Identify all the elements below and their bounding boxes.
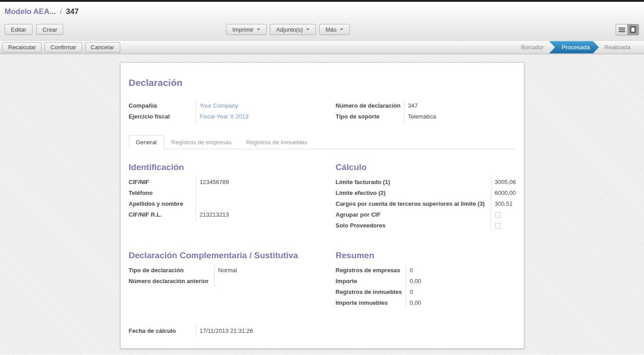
status-realizada: Realizada — [596, 44, 639, 51]
field-label-importe-inmuebles: Importe inmuebles — [336, 298, 406, 308]
field-value-numero-declaracion-anterior — [214, 276, 324, 287]
field-value-compania[interactable]: Your Company — [196, 100, 324, 111]
form-sheet: Declaración Compañía Your Company Ejerci… — [120, 62, 524, 349]
field-label-registros-empresas: Registros de empresas — [336, 265, 406, 276]
field-label-limite-efectivo: Límite efectivo (2) — [336, 188, 491, 199]
page-background: Declaración Compañía Your Company Ejerci… — [0, 54, 644, 355]
field-label-ejercicio-fiscal: Ejercicio fiscal — [129, 111, 196, 122]
view-manager-header: Modelo AEA... / 347 Editar Crear Imprimi… — [0, 2, 644, 40]
field-label-fecha-calculo: Fecha de cálculo — [129, 326, 196, 336]
section-title-calculo: Cálculo — [336, 162, 516, 172]
header-field-group: Compañía Your Company Ejercicio fiscal F… — [129, 100, 516, 122]
attachments-button[interactable]: Adjunto(s) — [270, 24, 316, 35]
form-view-button[interactable] — [627, 24, 639, 35]
field-label-telefono: Teléfono — [129, 188, 196, 199]
field-value-ejercicio-fiscal[interactable]: Fiscal Year X 2013 — [196, 111, 324, 122]
field-value-telefono — [196, 188, 324, 199]
form-icon — [630, 26, 636, 33]
field-label-cif-nif: CIF/NIF — [129, 177, 196, 188]
cancel-button[interactable]: Cancelar — [85, 42, 120, 52]
section-complementaria: Declaración Complementaria / Sustitutiva… — [129, 251, 324, 308]
field-value-cif-nif-rl: 213213213 — [196, 209, 324, 220]
field-label-importe: Importe — [336, 276, 406, 287]
tab-registros-empresas[interactable]: Registros de empresas — [164, 135, 239, 149]
section-resumen: Resumen Registros de empresas 0 Importe … — [336, 251, 516, 308]
field-value-numero-declaracion: 347 — [404, 100, 516, 111]
field-value-registros-empresas: 0 — [406, 265, 516, 276]
section-identificacion: Identificación CIF/NIF 123456789 Teléfon… — [129, 162, 324, 231]
view-switcher — [616, 24, 639, 35]
field-label-solo-proveedores: Solo Proveedores — [336, 220, 491, 231]
caret-down-icon — [306, 28, 310, 30]
status-borrador: Borrador — [512, 44, 552, 51]
sheet-title: Declaración — [129, 77, 516, 88]
field-label-tipo-declaracion: Tipo de declaración — [129, 265, 214, 276]
field-value-tipo-soporte: Telemática — [404, 111, 516, 122]
field-value-registros-inmuebles: 0 — [406, 287, 516, 298]
field-label-apellidos-nombre: Apellidos y nombre — [129, 199, 196, 209]
calc-date-row: Fecha de cálculo 17/11/2013 21:31:26 — [129, 326, 324, 336]
create-button[interactable]: Crear — [36, 24, 64, 35]
breadcrumb-current: 347 — [66, 7, 79, 16]
solo-proveedores-checkbox[interactable] — [495, 223, 501, 229]
notebook-tabs: General Registros de empresas Registros … — [129, 135, 516, 149]
field-label-agrupar-por-cif: Agrupar por CIF — [336, 209, 491, 220]
field-value-tipo-declaracion: Normal — [214, 265, 324, 276]
agrupar-por-cif-checkbox[interactable] — [495, 212, 501, 218]
field-label-registros-inmuebles: Registros de inmuebles — [336, 287, 406, 298]
field-value-agrupar-por-cif — [491, 209, 516, 220]
statusbar: Borrador Procesada Realizada — [512, 41, 644, 54]
print-button-label: Imprimir — [232, 26, 254, 33]
actions-row: Editar Crear Imprimir Adjunto(s) Más — [0, 20, 644, 40]
more-button-label: Más — [325, 26, 337, 33]
list-view-button[interactable] — [616, 24, 627, 35]
field-value-fecha-calculo: 17/11/2013 21:31:26 — [196, 326, 324, 336]
tab-registros-inmuebles[interactable]: Registros de inmuebles — [239, 135, 315, 149]
field-value-importe: 0,00 — [406, 276, 516, 287]
field-label-numero-declaracion-anterior: Número declaración anterior — [129, 276, 214, 287]
tab-general[interactable]: General — [129, 135, 164, 149]
section-title-complementaria: Declaración Complementaria / Sustitutiva — [129, 251, 324, 260]
field-value-limite-efectivo: 6000,00 — [491, 188, 516, 199]
more-button[interactable]: Más — [319, 24, 350, 35]
recalculate-button[interactable]: Recalcular — [2, 42, 42, 52]
print-button[interactable]: Imprimir — [226, 24, 267, 35]
section-title-resumen: Resumen — [336, 251, 516, 260]
edit-button[interactable]: Editar — [5, 24, 33, 35]
caret-down-icon — [257, 28, 260, 30]
caret-down-icon — [340, 28, 343, 30]
field-label-compania: Compañía — [129, 100, 196, 111]
attachments-button-label: Adjunto(s) — [276, 26, 303, 33]
section-calculo: Cálculo Límite facturado (1) 3005,06 Lím… — [336, 162, 516, 231]
field-label-numero-declaracion: Número de declaración — [336, 100, 404, 111]
field-label-cif-nif-rl: CIF/NIF R.L. — [129, 209, 196, 220]
field-value-solo-proveedores — [491, 220, 516, 231]
field-value-apellidos-nombre — [196, 199, 324, 209]
field-label-cargos-terceros: Cargos por cuenta de terceros superiores… — [336, 199, 491, 209]
breadcrumb: Modelo AEA... / 347 — [0, 2, 644, 20]
field-value-importe-inmuebles: 0,00 — [406, 298, 516, 308]
field-value-cargos-terceros: 300,51 — [491, 199, 516, 209]
field-value-cif-nif: 123456789 — [196, 177, 324, 188]
field-value-limite-facturado: 3005,06 — [491, 177, 516, 188]
list-icon — [619, 28, 625, 32]
breadcrumb-separator: / — [58, 7, 64, 16]
breadcrumb-parent-link[interactable]: Modelo AEA... — [5, 7, 56, 16]
section-title-identificacion: Identificación — [129, 162, 324, 172]
field-label-limite-facturado: Límite facturado (1) — [336, 177, 491, 188]
confirm-button[interactable]: Confirmar — [44, 42, 82, 52]
form-toolbar: Recalcular Confirmar Cancelar Borrador P… — [0, 40, 644, 54]
field-label-tipo-soporte: Tipo de soporte — [336, 111, 404, 122]
status-procesada-active: Procesada — [549, 41, 599, 53]
